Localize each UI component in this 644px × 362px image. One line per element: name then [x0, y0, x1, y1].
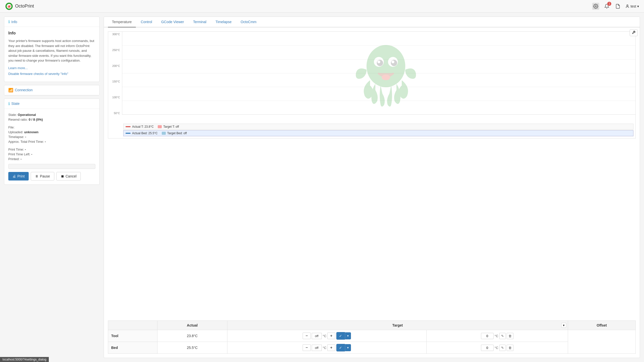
learn-more-link[interactable]: Learn more...: [8, 66, 95, 70]
legend-label-target-bed: Target Bed: off: [167, 131, 187, 135]
info-section-title: Info: [11, 20, 17, 24]
bed-target-plus[interactable]: +: [327, 344, 335, 351]
legend-row-tool: Actual T: 23.8°C Target T: off: [123, 124, 633, 130]
chart-area: 300°C 250°C 200°C 150°C 100°C 50°C: [104, 27, 640, 316]
bed-offset-delete[interactable]: 🗑: [507, 345, 513, 351]
tab-temperature[interactable]: Temperature: [108, 17, 136, 27]
bed-target-value: off: [312, 345, 322, 351]
tool-offset-input[interactable]: [481, 333, 494, 339]
chart-y-axis: 300°C 250°C 200°C 150°C 100°C 50°C: [108, 32, 122, 115]
tab-gcode-viewer[interactable]: GCode Viewer: [157, 17, 188, 27]
y-label-250: 250°C: [109, 49, 120, 52]
timelapse-label: Timelapse:: [8, 135, 24, 139]
info-icon: ℹ: [8, 19, 10, 24]
tool-offset-edit[interactable]: ✎: [499, 333, 506, 339]
print-icon: 🖨: [12, 174, 16, 178]
bars-icon: 📶: [8, 88, 13, 93]
timelapse-value: -: [25, 135, 26, 139]
state-section-content: State: Operational Resend ratio: 0 / 8 (…: [4, 109, 99, 185]
grid-line-50: [122, 101, 635, 101]
chart-plot-area: [122, 32, 635, 115]
state-value: Operational: [18, 113, 36, 117]
navbar-actions: 1 test ▾: [592, 3, 639, 10]
state-icon: ℹ: [8, 101, 10, 106]
tool-target-control: − off °C + ✓ ▾: [227, 330, 426, 342]
chart-plot-container: 300°C 250°C 200°C 150°C 100°C 50°C: [108, 32, 635, 122]
print-button[interactable]: 🖨 Print: [8, 172, 29, 180]
connection-section: 📶 Connection: [4, 85, 100, 96]
resend-row: Resend ratio: 0 / 8 (0%): [8, 118, 95, 121]
bed-offset-edit[interactable]: ✎: [499, 345, 506, 351]
bed-offset-unit: °C: [495, 346, 498, 350]
disable-firmware-link[interactable]: Disable firmware checks of severity "Inf…: [8, 72, 95, 76]
resend-label: Resend ratio:: [8, 118, 28, 121]
legend-label-actual-bed: Actual Bed: 25.5°C: [132, 131, 158, 135]
y-label-300: 300°C: [109, 33, 120, 36]
print-time-row: Print Time: -: [8, 148, 95, 151]
pause-icon: ⏸: [35, 174, 38, 178]
bed-offset-group: °C ✎ 🗑: [430, 345, 565, 351]
info-title: Info: [8, 31, 95, 35]
svg-point-12: [382, 74, 390, 80]
brand-name: OctoPrint: [15, 4, 34, 9]
notification-badge: 1: [607, 2, 611, 6]
tool-confirm-button[interactable]: ✓: [336, 332, 345, 340]
approx-row: Approx. Total Print Time: -: [8, 140, 95, 144]
brand-link[interactable]: 🐙 OctoPrint: [5, 2, 34, 10]
pause-button[interactable]: ⏸ Pause: [31, 172, 54, 180]
printed-row: Printed: -: [8, 157, 95, 161]
settings-button[interactable]: [592, 3, 599, 10]
settings-icon: [593, 4, 598, 9]
legend-label-actual-t: Actual T: 23.8°C: [132, 125, 154, 128]
svg-point-3: [595, 6, 596, 7]
col-header-name: [108, 321, 157, 330]
bed-name: Bed: [108, 342, 157, 354]
chart-settings-button[interactable]: [630, 29, 638, 36]
bed-target-group: − off °C + ✓ ▾: [230, 344, 423, 351]
bed-target-minus[interactable]: −: [303, 344, 310, 351]
tab-control[interactable]: Control: [137, 17, 156, 27]
tab-octocmm[interactable]: OctoCmm: [237, 17, 261, 27]
tool-confirm-group: ✓ ▾: [336, 332, 351, 340]
legend-actual-t: Actual T: 23.8°C: [126, 125, 154, 128]
print-time-label: Print Time:: [8, 148, 24, 151]
chart-legend: Actual T: 23.8°C Target T: off Actual Be…: [108, 122, 635, 138]
tool-actual: 23.8°C: [157, 330, 227, 342]
cancel-label: Cancel: [66, 174, 77, 178]
tab-terminal[interactable]: Terminal: [189, 17, 211, 27]
file-row: File:: [8, 125, 95, 129]
svg-text:🐙: 🐙: [7, 4, 11, 8]
tool-offset-delete[interactable]: 🗑: [507, 333, 513, 339]
approx-value: -: [45, 140, 46, 144]
legend-label-target-t: Target T: off: [163, 125, 179, 128]
tool-target-minus[interactable]: −: [303, 333, 310, 339]
bed-confirm-button[interactable]: ✓: [336, 344, 345, 351]
info-section-header[interactable]: ℹ Info: [4, 17, 99, 27]
tool-offset-unit: °C: [495, 334, 498, 338]
cancel-button[interactable]: ⏹ Cancel: [56, 172, 81, 180]
temperature-table-area: Actual Target ▾ Offset Tool 23.8°C: [104, 316, 640, 358]
file-button[interactable]: [614, 3, 621, 10]
legend-color-target-t: [158, 125, 162, 128]
col-header-target: Target ▾: [227, 321, 568, 330]
connection-section-header[interactable]: 📶 Connection: [4, 85, 99, 95]
svg-point-9: [391, 60, 397, 66]
bed-confirm-dropdown[interactable]: ▾: [345, 344, 351, 351]
notifications-button[interactable]: 1: [603, 3, 610, 10]
state-section: ℹ State State: Operational Resend ratio:…: [4, 99, 100, 185]
tool-offset-group: °C ✎ 🗑: [430, 333, 565, 339]
state-section-header[interactable]: ℹ State: [4, 99, 99, 109]
bed-offset-input[interactable]: [481, 345, 494, 351]
uploaded-row: Uploaded: unknown: [8, 130, 95, 134]
temperature-chart: 300°C 250°C 200°C 150°C 100°C 50°C: [108, 31, 636, 139]
legend-color-actual-t: [126, 126, 131, 127]
tab-timelapse[interactable]: Timelapse: [211, 17, 235, 27]
user-menu-button[interactable]: test ▾: [625, 4, 639, 8]
temperature-table: Actual Target ▾ Offset Tool 23.8°C: [108, 321, 636, 354]
svg-point-10: [377, 60, 380, 63]
tool-confirm-dropdown[interactable]: ▾: [345, 332, 351, 339]
print-time-left-value: -: [31, 152, 32, 156]
octoprint-logo-icon: 🐙: [5, 2, 13, 10]
target-options-button[interactable]: ▾: [561, 323, 566, 328]
tool-target-plus[interactable]: +: [327, 333, 335, 339]
